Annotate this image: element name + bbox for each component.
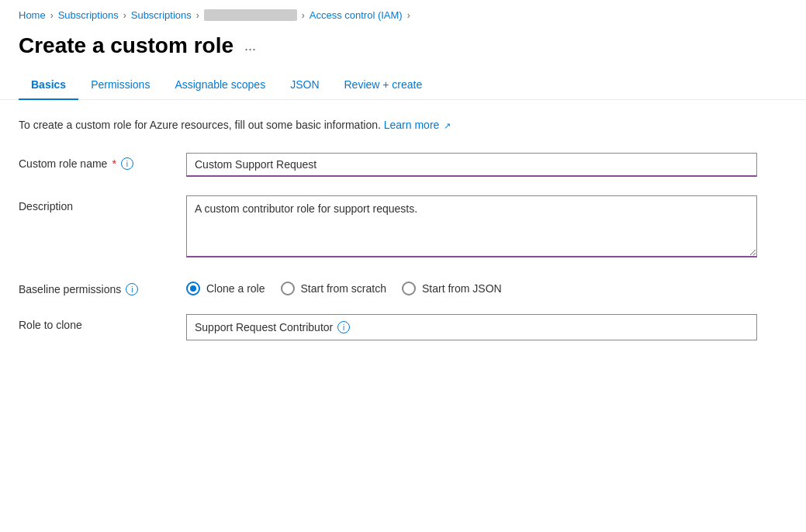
- custom-role-name-input[interactable]: [186, 153, 757, 177]
- tab-assignable-scopes[interactable]: Assignable scopes: [162, 71, 278, 100]
- radio-json-label: Start from JSON: [422, 282, 502, 295]
- radio-scratch-label: Start from scratch: [301, 282, 386, 295]
- tab-basics[interactable]: Basics: [19, 71, 78, 100]
- ellipsis-button[interactable]: ...: [240, 36, 261, 56]
- tabs-container: Basics Permissions Assignable scopes JSO…: [0, 71, 806, 100]
- radio-clone-outer: [186, 282, 200, 295]
- custom-role-name-row: Custom role name * i: [19, 153, 757, 177]
- role-to-clone-wrapper: Support Request Contributor i: [186, 314, 757, 340]
- tab-review-create[interactable]: Review + create: [332, 71, 435, 100]
- description-label: Description: [19, 195, 174, 212]
- custom-role-name-wrapper: [186, 153, 757, 177]
- baseline-permissions-wrapper: Clone a role Start from scratch Start fr…: [186, 278, 757, 295]
- description-textarea[interactable]: A custom contributor role for support re…: [186, 195, 757, 257]
- radio-from-json[interactable]: Start from JSON: [402, 282, 502, 295]
- role-to-clone-label: Role to clone: [19, 314, 174, 331]
- learn-more-link[interactable]: Learn more ↗: [384, 119, 451, 131]
- radio-scratch-outer: [281, 282, 295, 295]
- page-header: Create a custom role ...: [0, 27, 806, 71]
- radio-from-scratch[interactable]: Start from scratch: [281, 282, 386, 295]
- breadcrumb-iam[interactable]: Access control (IAM): [310, 9, 403, 21]
- radio-clone-role[interactable]: Clone a role: [186, 282, 265, 295]
- intro-text: To create a custom role for Azure resour…: [19, 119, 757, 131]
- tab-json[interactable]: JSON: [278, 71, 331, 100]
- breadcrumb-home[interactable]: Home: [19, 9, 46, 21]
- content-area: To create a custom role for Azure resour…: [0, 100, 776, 378]
- role-to-clone-dropdown[interactable]: Support Request Contributor i: [186, 314, 757, 340]
- custom-role-name-info-icon[interactable]: i: [121, 157, 133, 170]
- role-to-clone-value: Support Request Contributor i: [195, 321, 350, 333]
- description-wrapper: A custom contributor role for support re…: [186, 195, 757, 260]
- breadcrumb-subscription-id[interactable]: [204, 9, 297, 21]
- radio-group-baseline: Clone a role Start from scratch Start fr…: [186, 278, 757, 295]
- baseline-permissions-info-icon[interactable]: i: [126, 283, 138, 295]
- breadcrumb-sep-2: ›: [123, 10, 126, 21]
- baseline-permissions-row: Baseline permissions i Clone a role Star…: [19, 278, 757, 295]
- radio-clone-inner: [190, 285, 196, 292]
- tab-permissions[interactable]: Permissions: [78, 71, 162, 100]
- page-title: Create a custom role: [19, 33, 233, 58]
- radio-json-outer: [402, 282, 416, 295]
- description-row: Description A custom contributor role fo…: [19, 195, 757, 260]
- breadcrumb-sep-3: ›: [196, 10, 199, 21]
- breadcrumb: Home › Subscriptions › Subscriptions › ›…: [0, 0, 806, 27]
- custom-role-name-label: Custom role name * i: [19, 153, 174, 170]
- breadcrumb-subscriptions-1[interactable]: Subscriptions: [58, 9, 119, 21]
- required-indicator: *: [112, 157, 116, 170]
- breadcrumb-sep-1: ›: [50, 10, 54, 21]
- role-to-clone-row: Role to clone Support Request Contributo…: [19, 314, 757, 340]
- role-to-clone-info-icon[interactable]: i: [337, 321, 350, 333]
- breadcrumb-subscriptions-2[interactable]: Subscriptions: [131, 9, 192, 21]
- breadcrumb-sep-5: ›: [407, 10, 410, 21]
- radio-clone-label: Clone a role: [206, 282, 265, 295]
- external-link-icon: ↗: [444, 121, 451, 131]
- breadcrumb-sep-4: ›: [302, 10, 305, 21]
- baseline-permissions-label: Baseline permissions i: [19, 278, 174, 295]
